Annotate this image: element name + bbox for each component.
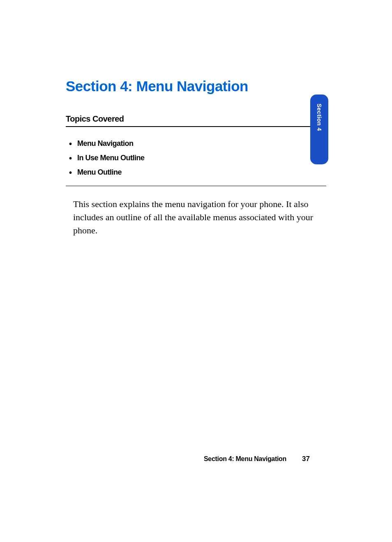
topics-end-rule	[66, 186, 326, 186]
page-footer: Section 4: Menu Navigation 37	[204, 455, 310, 463]
section-body-text: This section explains the menu navigatio…	[66, 198, 326, 237]
topic-item: Menu Navigation	[66, 139, 326, 148]
topic-item: In Use Menu Outline	[66, 154, 326, 162]
footer-page-number: 37	[302, 455, 310, 463]
footer-section-title: Section 4: Menu Navigation	[204, 455, 286, 463]
section-side-tab: Section 4	[310, 95, 328, 164]
topics-covered-heading: Topics Covered	[66, 114, 326, 124]
topic-item: Menu Outline	[66, 168, 326, 177]
side-tab-label: Section 4	[316, 104, 323, 131]
topics-list: Menu Navigation In Use Menu Outline Menu…	[66, 139, 326, 177]
section-title: Section 4: Menu Navigation	[66, 78, 326, 95]
topics-rule	[66, 126, 326, 127]
